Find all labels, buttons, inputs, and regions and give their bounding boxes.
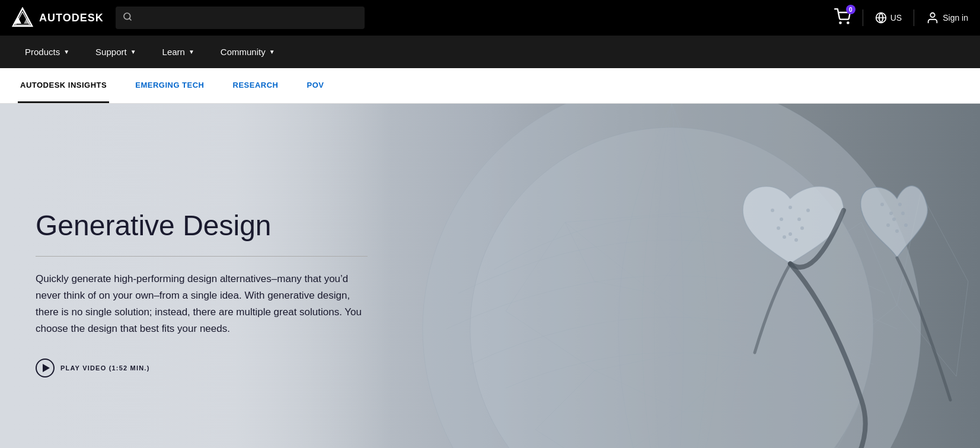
tab-emerging-tech[interactable]: EMERGING TECH (133, 68, 206, 103)
hero-generative-design-visual (328, 104, 980, 448)
hero-section: Generative Design Quickly generate high-… (0, 104, 980, 448)
nav-label-community: Community (221, 47, 266, 57)
svg-point-54 (898, 203, 902, 206)
logo-text: AUTODESK (39, 12, 104, 24)
svg-point-3 (847, 22, 848, 23)
svg-point-42 (771, 209, 774, 212)
svg-point-45 (797, 217, 801, 221)
svg-point-59 (904, 223, 908, 227)
chevron-down-icon-products: ▼ (63, 49, 69, 55)
tab-research[interactable]: RESEARCH (231, 68, 281, 103)
svg-point-53 (889, 212, 893, 215)
hero-description: Quickly generate high-performing design … (36, 271, 368, 337)
svg-line-34 (956, 281, 968, 376)
play-label: PLAY VIDEO (1:52 MIN.) (60, 364, 150, 372)
region-button[interactable]: US (875, 12, 902, 24)
tabs-bar: AUTODESK INSIGHTS EMERGING TECH RESEARCH… (0, 68, 980, 104)
nav-label-learn: Learn (162, 47, 185, 57)
svg-point-56 (901, 212, 905, 215)
nav-item-learn[interactable]: Learn ▼ (149, 36, 208, 68)
nav-label-support: Support (95, 47, 127, 57)
hero-divider (36, 256, 368, 257)
nav-item-support[interactable]: Support ▼ (82, 36, 149, 68)
svg-point-51 (794, 238, 798, 242)
tab-insights[interactable]: AUTODESK INSIGHTS (18, 68, 109, 103)
cart-badge: 0 (846, 5, 855, 14)
svg-line-1 (129, 18, 131, 20)
svg-point-50 (783, 235, 786, 239)
chevron-down-icon-community: ▼ (269, 49, 275, 55)
svg-point-48 (789, 232, 792, 236)
svg-point-2 (839, 22, 841, 23)
play-circle-icon (36, 359, 55, 377)
nav-divider (863, 9, 863, 26)
nav-item-products[interactable]: Products ▼ (12, 36, 82, 68)
logo-area[interactable]: AUTODESK (12, 7, 104, 28)
top-navbar: AUTODESK 0 US (0, 0, 980, 36)
play-video-button[interactable]: PLAY VIDEO (1:52 MIN.) (36, 359, 150, 377)
autodesk-logo-icon (12, 7, 33, 28)
nav-divider-2 (914, 9, 914, 26)
signin-label: Sign in (943, 13, 968, 23)
svg-point-57 (886, 223, 890, 227)
search-input[interactable] (116, 7, 365, 29)
svg-line-33 (921, 193, 968, 281)
play-triangle-icon (43, 364, 50, 372)
svg-point-43 (780, 217, 783, 221)
svg-point-46 (806, 209, 810, 212)
svg-point-55 (892, 217, 896, 221)
search-icon (123, 12, 132, 24)
nav-label-products: Products (25, 47, 60, 57)
secondary-navbar: Products ▼ Support ▼ Learn ▼ Community ▼ (0, 36, 980, 68)
chevron-down-icon-support: ▼ (130, 49, 136, 55)
nav-item-community[interactable]: Community ▼ (208, 36, 288, 68)
svg-point-6 (931, 13, 935, 17)
cart-button[interactable]: 0 (834, 8, 851, 27)
hero-content: Generative Design Quickly generate high-… (0, 104, 391, 448)
search-wrapper (116, 7, 365, 29)
tab-pov[interactable]: POV (304, 68, 326, 103)
region-label: US (890, 13, 902, 23)
svg-point-47 (777, 226, 780, 230)
chevron-down-icon-learn: ▼ (189, 49, 194, 55)
hero-title: Generative Design (36, 209, 368, 242)
svg-point-49 (800, 226, 804, 230)
svg-point-58 (895, 229, 899, 233)
svg-point-52 (880, 203, 884, 206)
svg-point-44 (789, 206, 792, 209)
top-nav-right: 0 US Sign in (834, 8, 968, 27)
signin-button[interactable]: Sign in (926, 11, 968, 24)
